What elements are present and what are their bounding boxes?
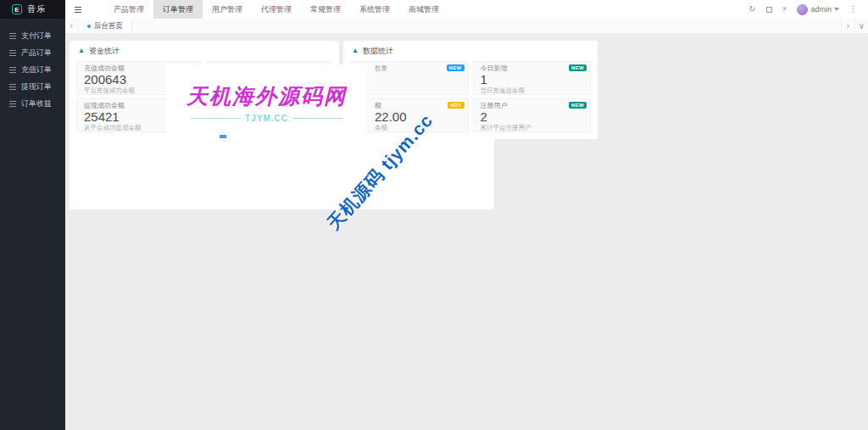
sidebar-item-label: 充值订单: [21, 64, 52, 75]
stats-cards: 数量 NEW 今日新增 1 当日充值总金额 NEW 额 22.00 余额 HOT…: [343, 61, 598, 132]
stat-sublabel: 数量: [358, 64, 461, 72]
panel-header: ▲ 数据统计: [343, 41, 598, 61]
user-menu[interactable]: admin: [797, 4, 839, 15]
sidebar-item-label: 提现订单: [21, 81, 52, 92]
watermark-blue-square: [220, 135, 226, 138]
panel-header: ▲ 资金统计: [70, 41, 339, 61]
stat-label: 注册用户: [481, 102, 584, 110]
list-icon: [9, 70, 16, 70]
stat-label: 今日新增: [481, 64, 584, 73]
list-icon: [9, 36, 16, 36]
divider: [191, 118, 240, 119]
stat-value: 1: [481, 73, 584, 87]
watermark-title: 天机海外源码网: [186, 82, 347, 110]
stat-sublabel: 当日充值总金额: [481, 87, 584, 94]
nav-product-management[interactable]: 产品管理: [104, 0, 153, 19]
stat-sublabel: 累计平台注册用户: [481, 124, 584, 131]
tabs-scroll-right[interactable]: ›: [841, 19, 854, 33]
status-badge: NEW: [569, 102, 587, 109]
nav-general-management[interactable]: 常规管理: [301, 0, 350, 19]
username: admin: [810, 5, 832, 14]
watermark-subtitle: TJYM.CC: [191, 114, 342, 123]
sidebar-item-label: 订单收益: [21, 98, 52, 109]
sidebar-item-order-earnings[interactable]: 订单收益: [0, 95, 65, 112]
fullscreen-icon[interactable]: [766, 7, 772, 13]
active-tab-dot-icon: [87, 25, 91, 28]
tips-triangle-icon: ▲: [352, 47, 359, 54]
tab-label: 后台首页: [94, 21, 123, 31]
watermark-box: 天机海外源码网 TJYM.CC: [166, 64, 367, 141]
tabs-dropdown[interactable]: ∨: [854, 19, 868, 33]
refresh-icon[interactable]: ↻: [748, 5, 755, 14]
status-badge: NEW: [569, 64, 587, 71]
more-menu-icon[interactable]: ⋮: [849, 5, 858, 14]
divider: [293, 118, 342, 119]
tabs-scroll-left[interactable]: ‹: [65, 19, 79, 33]
data-stats-panel: ▲ 数据统计 数量 NEW 今日新增 1 当日充值总金额 NEW 额: [343, 41, 598, 139]
sidebar: E 音乐 支付订单 产品订单 充值订单 提现订单 订单收益: [0, 0, 65, 430]
app-name: 音乐: [27, 3, 46, 15]
sidebar-menu: 支付订单 产品订单 充值订单 提现订单 订单收益: [0, 19, 65, 112]
panel-title: 数据统计: [363, 46, 393, 57]
tips-triangle-icon: ▲: [78, 47, 85, 54]
sidebar-item-payment-orders[interactable]: 支付订单: [0, 27, 65, 44]
collapse-menu-icon[interactable]: [65, 0, 91, 19]
top-header: 产品管理 订单管理 用户管理 代理管理 常规管理 系统管理 商城管理 ↻ × a…: [65, 0, 868, 19]
list-icon: [9, 53, 16, 53]
watermark-url: TJYM.CC: [245, 114, 288, 123]
sidebar-item-product-orders[interactable]: 产品订单: [0, 44, 65, 61]
hamburger-icon: [75, 9, 81, 10]
close-icon[interactable]: ×: [782, 5, 787, 14]
nav-system-management[interactable]: 系统管理: [350, 0, 399, 19]
stat-card-registered-users: 注册用户 2 累计平台注册用户 NEW: [473, 98, 592, 132]
tab-bar: ‹ 后台首页 › ∨: [65, 19, 868, 34]
stat-card-today-new: 今日新增 1 当日充值总金额 NEW: [473, 61, 592, 95]
sidebar-item-recharge-orders[interactable]: 充值订单: [0, 61, 65, 78]
top-nav: 产品管理 订单管理 用户管理 代理管理 常规管理 系统管理 商城管理: [104, 0, 448, 19]
nav-user-management[interactable]: 用户管理: [203, 0, 252, 19]
avatar: [797, 4, 808, 15]
list-icon: [9, 103, 16, 104]
panel-title: 资金统计: [89, 46, 120, 57]
logo-bar: E 音乐: [0, 0, 65, 19]
tab-home[interactable]: 后台首页: [79, 19, 132, 33]
app-window: E 音乐 支付订单 产品订单 充值订单 提现订单 订单收益: [0, 0, 868, 430]
list-icon: [9, 87, 16, 87]
sidebar-item-withdraw-orders[interactable]: 提现订单: [0, 78, 65, 95]
nav-order-management[interactable]: 订单管理: [153, 0, 203, 19]
app-logo-icon: E: [12, 4, 22, 14]
stat-value: 2: [481, 110, 584, 124]
chevron-down-icon: [834, 8, 839, 11]
sidebar-item-label: 支付订单: [21, 31, 52, 42]
header-right-tools: ↻ × admin ⋮: [748, 0, 868, 19]
status-badge: NEW: [447, 64, 465, 71]
nav-mall-management[interactable]: 商城管理: [399, 0, 448, 19]
watermark-white-box-bottom: [70, 137, 494, 209]
tab-spacer: [132, 19, 841, 33]
nav-agent-management[interactable]: 代理管理: [252, 0, 301, 19]
sidebar-item-label: 产品订单: [21, 47, 52, 59]
